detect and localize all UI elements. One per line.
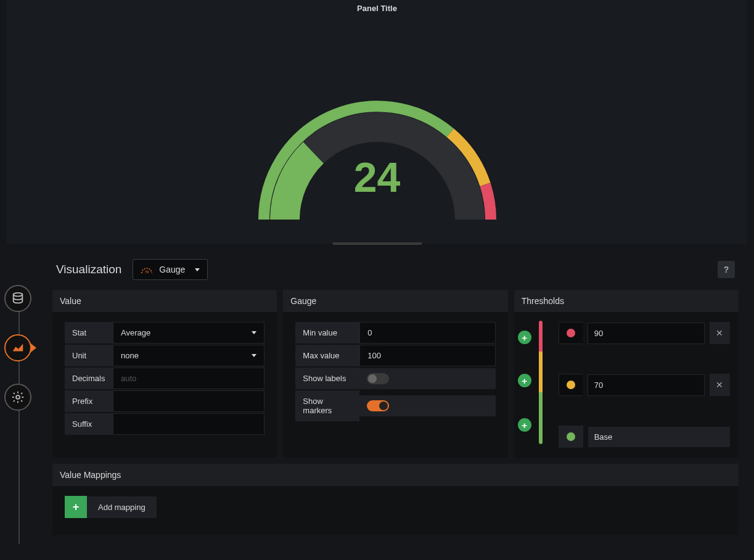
show-labels-toggle[interactable] [367, 373, 389, 384]
gauge-icon: 79 [141, 265, 153, 274]
value-section: Value Stat Average Unit none Decimals Pr… [52, 290, 277, 458]
remove-threshold-button[interactable]: ✕ [710, 374, 730, 396]
threshold-color-picker[interactable] [559, 374, 583, 396]
area-chart-icon [11, 341, 25, 355]
tab-general[interactable] [4, 384, 31, 411]
prefix-label: Prefix [65, 390, 113, 412]
value-mappings-section: Value Mappings + Add mapping [52, 464, 739, 535]
editor-panel: Visualization 79 Gauge ? Value Stat Aver… [52, 259, 739, 535]
threshold-color-picker[interactable] [559, 322, 583, 344]
database-icon [11, 292, 25, 305]
max-value-label: Max value [295, 345, 359, 366]
svg-text:79: 79 [145, 270, 149, 274]
unit-label: Unit [65, 345, 113, 366]
visualization-heading: Visualization [56, 263, 121, 276]
threshold-base-label: Base [588, 427, 730, 447]
add-threshold-button[interactable]: + [518, 374, 531, 387]
tab-visualization[interactable] [4, 334, 31, 361]
add-threshold-button[interactable]: + [518, 418, 531, 432]
max-value-input[interactable] [359, 345, 495, 366]
plus-icon: + [65, 496, 87, 518]
show-labels-label: Show labels [295, 368, 359, 389]
chevron-down-icon [252, 354, 256, 357]
thresholds-section-title: Thresholds [514, 290, 739, 312]
show-markers-label: Show markers [295, 390, 359, 421]
gauge-section-title: Gauge [283, 290, 507, 312]
min-value-label: Min value [295, 322, 359, 344]
svg-point-0 [14, 293, 23, 297]
suffix-label: Suffix [65, 413, 113, 435]
unit-select[interactable]: none [113, 345, 264, 366]
value-section-title: Value [52, 290, 277, 312]
gauge-value-text: 24 [354, 153, 401, 201]
visualization-type-picker[interactable]: 79 Gauge [133, 259, 208, 280]
remove-threshold-button[interactable]: ✕ [710, 322, 730, 344]
threshold-track [539, 321, 543, 444]
threshold-base-row: Base [559, 426, 730, 448]
add-mapping-button[interactable]: + Add mapping [65, 496, 157, 518]
thresholds-section: Thresholds + + + ✕ ✕ [514, 290, 739, 458]
tab-queries[interactable] [4, 285, 31, 312]
decimals-label: Decimals [65, 368, 113, 389]
threshold-row: ✕ [559, 322, 730, 344]
add-threshold-button[interactable]: + [518, 331, 531, 344]
chevron-down-icon [252, 331, 256, 334]
gauge-section: Gauge Min value Max value Show labels Sh… [283, 290, 507, 458]
panel-title[interactable]: Panel Title [7, 4, 747, 13]
prefix-input[interactable] [113, 390, 264, 412]
panel-resize-handle[interactable] [332, 242, 422, 245]
editor-tab-rail [4, 285, 34, 433]
threshold-color-picker[interactable] [559, 426, 583, 448]
visualization-type-label: Gauge [159, 265, 185, 274]
min-value-input[interactable] [359, 322, 495, 344]
threshold-row: ✕ [559, 374, 730, 396]
gear-icon [11, 390, 25, 404]
show-markers-toggle[interactable] [367, 400, 389, 411]
suffix-input[interactable] [113, 413, 264, 435]
add-mapping-label: Add mapping [87, 496, 157, 518]
stat-select[interactable]: Average [113, 322, 264, 344]
help-button[interactable]: ? [718, 261, 735, 278]
stat-label: Stat [65, 322, 113, 344]
threshold-value-input[interactable] [588, 374, 705, 396]
svg-point-1 [16, 395, 20, 399]
threshold-value-input[interactable] [588, 323, 705, 344]
chevron-down-icon [195, 268, 200, 271]
decimals-input[interactable] [113, 368, 264, 389]
visualization-preview-panel: Panel Title 24 [7, 0, 747, 244]
value-mappings-title: Value Mappings [52, 464, 739, 486]
